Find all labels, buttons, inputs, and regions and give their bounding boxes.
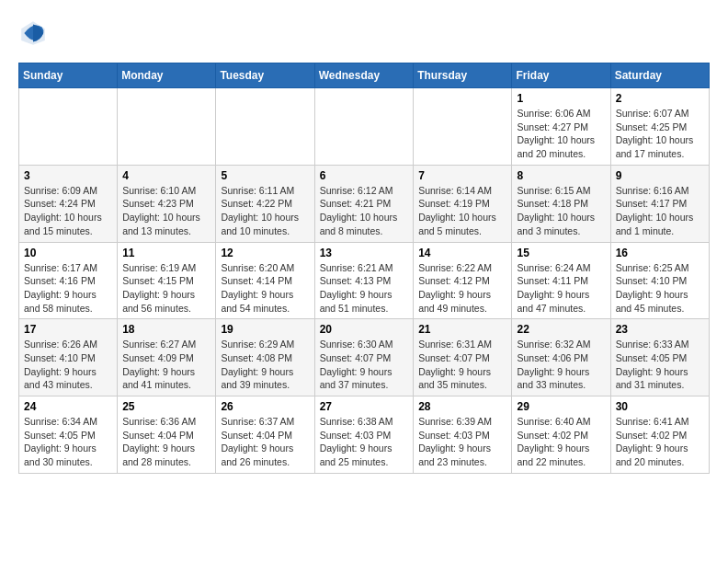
day-info: Sunrise: 6:39 AMSunset: 4:03 PMDaylight:… — [418, 415, 506, 469]
day-number: 12 — [221, 247, 309, 259]
day-info: Sunrise: 6:10 AMSunset: 4:23 PMDaylight:… — [122, 184, 210, 238]
day-info: Sunrise: 6:41 AMSunset: 4:02 PMDaylight:… — [616, 415, 704, 469]
calendar-cell: 26Sunrise: 6:37 AMSunset: 4:04 PMDayligh… — [216, 396, 314, 474]
day-info: Sunrise: 6:12 AMSunset: 4:21 PMDaylight:… — [320, 184, 409, 238]
weekday-header-sunday: Sunday — [19, 63, 118, 88]
calendar-week-5: 24Sunrise: 6:34 AMSunset: 4:05 PMDayligh… — [19, 396, 710, 474]
day-info: Sunrise: 6:19 AMSunset: 4:15 PMDaylight:… — [122, 261, 210, 316]
day-number: 19 — [221, 323, 309, 336]
day-number: 5 — [221, 169, 309, 182]
calendar-cell: 5Sunrise: 6:11 AMSunset: 4:22 PMDaylight… — [216, 165, 314, 242]
day-info: Sunrise: 6:37 AMSunset: 4:04 PMDaylight:… — [221, 415, 309, 469]
day-number: 22 — [517, 323, 605, 336]
day-info: Sunrise: 6:21 AMSunset: 4:13 PMDaylight:… — [320, 261, 409, 316]
calendar-cell: 21Sunrise: 6:31 AMSunset: 4:07 PMDayligh… — [414, 319, 512, 396]
logo-icon — [18, 18, 48, 48]
calendar-cell: 24Sunrise: 6:34 AMSunset: 4:05 PMDayligh… — [19, 396, 118, 474]
calendar-cell: 4Sunrise: 6:10 AMSunset: 4:23 PMDaylight… — [118, 165, 216, 242]
day-info: Sunrise: 6:34 AMSunset: 4:05 PMDaylight:… — [24, 415, 112, 469]
weekday-header-wednesday: Wednesday — [314, 63, 414, 88]
calendar-cell: 28Sunrise: 6:39 AMSunset: 4:03 PMDayligh… — [414, 396, 512, 474]
calendar-cell: 16Sunrise: 6:25 AMSunset: 4:10 PMDayligh… — [610, 242, 709, 319]
day-number: 8 — [517, 169, 605, 182]
calendar-cell: 12Sunrise: 6:20 AMSunset: 4:14 PMDayligh… — [216, 242, 314, 319]
day-info: Sunrise: 6:33 AMSunset: 4:05 PMDaylight:… — [616, 338, 704, 392]
calendar-cell: 14Sunrise: 6:22 AMSunset: 4:12 PMDayligh… — [414, 242, 512, 319]
day-number: 27 — [320, 400, 409, 413]
day-info: Sunrise: 6:29 AMSunset: 4:08 PMDaylight:… — [221, 338, 309, 392]
calendar-cell: 15Sunrise: 6:24 AMSunset: 4:11 PMDayligh… — [512, 242, 610, 319]
calendar-cell: 8Sunrise: 6:15 AMSunset: 4:18 PMDaylight… — [512, 165, 610, 242]
day-number: 2 — [616, 92, 704, 105]
calendar-cell: 25Sunrise: 6:36 AMSunset: 4:04 PMDayligh… — [118, 396, 216, 474]
calendar-cell: 13Sunrise: 6:21 AMSunset: 4:13 PMDayligh… — [314, 242, 414, 319]
calendar-week-2: 3Sunrise: 6:09 AMSunset: 4:24 PMDaylight… — [19, 165, 710, 242]
header — [18, 18, 710, 48]
day-number: 11 — [122, 247, 210, 259]
day-info: Sunrise: 6:36 AMSunset: 4:04 PMDaylight:… — [122, 415, 210, 469]
weekday-header-saturday: Saturday — [610, 63, 709, 88]
day-number: 9 — [616, 169, 704, 182]
calendar-cell: 10Sunrise: 6:17 AMSunset: 4:16 PMDayligh… — [19, 242, 118, 319]
calendar-cell: 19Sunrise: 6:29 AMSunset: 4:08 PMDayligh… — [216, 319, 314, 396]
day-number: 24 — [24, 400, 112, 413]
calendar-cell — [19, 88, 118, 166]
day-number: 28 — [418, 400, 506, 413]
day-number: 23 — [616, 323, 704, 336]
weekday-header-row: SundayMondayTuesdayWednesdayThursdayFrid… — [19, 63, 710, 88]
calendar-cell: 20Sunrise: 6:30 AMSunset: 4:07 PMDayligh… — [314, 319, 414, 396]
day-info: Sunrise: 6:09 AMSunset: 4:24 PMDaylight:… — [24, 184, 112, 238]
day-number: 6 — [320, 169, 409, 182]
calendar-body: 1Sunrise: 6:06 AMSunset: 4:27 PMDaylight… — [19, 88, 710, 474]
day-info: Sunrise: 6:24 AMSunset: 4:11 PMDaylight:… — [517, 261, 605, 316]
day-number: 29 — [517, 400, 605, 413]
day-info: Sunrise: 6:20 AMSunset: 4:14 PMDaylight:… — [221, 261, 309, 316]
day-number: 20 — [320, 323, 409, 336]
calendar-cell: 17Sunrise: 6:26 AMSunset: 4:10 PMDayligh… — [19, 319, 118, 396]
calendar-cell: 9Sunrise: 6:16 AMSunset: 4:17 PMDaylight… — [610, 165, 709, 242]
day-info: Sunrise: 6:17 AMSunset: 4:16 PMDaylight:… — [24, 261, 112, 316]
calendar-week-4: 17Sunrise: 6:26 AMSunset: 4:10 PMDayligh… — [19, 319, 710, 396]
calendar-cell: 23Sunrise: 6:33 AMSunset: 4:05 PMDayligh… — [610, 319, 709, 396]
day-info: Sunrise: 6:11 AMSunset: 4:22 PMDaylight:… — [221, 184, 309, 238]
calendar-cell: 18Sunrise: 6:27 AMSunset: 4:09 PMDayligh… — [118, 319, 216, 396]
calendar-cell — [216, 88, 314, 166]
day-number: 13 — [320, 247, 409, 259]
day-number: 4 — [122, 169, 210, 182]
day-info: Sunrise: 6:22 AMSunset: 4:12 PMDaylight:… — [418, 261, 506, 316]
day-number: 16 — [616, 247, 704, 259]
day-number: 21 — [418, 323, 506, 336]
day-number: 10 — [24, 247, 112, 259]
day-info: Sunrise: 6:38 AMSunset: 4:03 PMDaylight:… — [320, 415, 409, 469]
calendar-cell: 30Sunrise: 6:41 AMSunset: 4:02 PMDayligh… — [610, 396, 709, 474]
day-number: 3 — [24, 169, 112, 182]
day-info: Sunrise: 6:30 AMSunset: 4:07 PMDaylight:… — [320, 338, 409, 392]
day-info: Sunrise: 6:07 AMSunset: 4:25 PMDaylight:… — [616, 107, 704, 161]
day-number: 17 — [24, 323, 112, 336]
calendar-cell — [414, 88, 512, 166]
day-info: Sunrise: 6:27 AMSunset: 4:09 PMDaylight:… — [122, 338, 210, 392]
day-number: 25 — [122, 400, 210, 413]
day-number: 1 — [517, 92, 605, 105]
day-info: Sunrise: 6:32 AMSunset: 4:06 PMDaylight:… — [517, 338, 605, 392]
calendar-cell — [118, 88, 216, 166]
calendar-week-1: 1Sunrise: 6:06 AMSunset: 4:27 PMDaylight… — [19, 88, 710, 166]
day-info: Sunrise: 6:14 AMSunset: 4:19 PMDaylight:… — [418, 184, 506, 238]
weekday-header-friday: Friday — [512, 63, 610, 88]
calendar-cell: 1Sunrise: 6:06 AMSunset: 4:27 PMDaylight… — [512, 88, 610, 166]
calendar: SundayMondayTuesdayWednesdayThursdayFrid… — [18, 63, 710, 474]
day-number: 7 — [418, 169, 506, 182]
logo — [18, 18, 51, 48]
weekday-header-tuesday: Tuesday — [216, 63, 314, 88]
calendar-cell: 29Sunrise: 6:40 AMSunset: 4:02 PMDayligh… — [512, 396, 610, 474]
day-info: Sunrise: 6:06 AMSunset: 4:27 PMDaylight:… — [517, 107, 605, 161]
day-info: Sunrise: 6:15 AMSunset: 4:18 PMDaylight:… — [517, 184, 605, 238]
calendar-cell: 22Sunrise: 6:32 AMSunset: 4:06 PMDayligh… — [512, 319, 610, 396]
weekday-header-thursday: Thursday — [414, 63, 512, 88]
day-number: 14 — [418, 247, 506, 259]
day-info: Sunrise: 6:16 AMSunset: 4:17 PMDaylight:… — [616, 184, 704, 238]
calendar-cell — [314, 88, 414, 166]
day-info: Sunrise: 6:31 AMSunset: 4:07 PMDaylight:… — [418, 338, 506, 392]
calendar-cell: 27Sunrise: 6:38 AMSunset: 4:03 PMDayligh… — [314, 396, 414, 474]
calendar-cell: 6Sunrise: 6:12 AMSunset: 4:21 PMDaylight… — [314, 165, 414, 242]
